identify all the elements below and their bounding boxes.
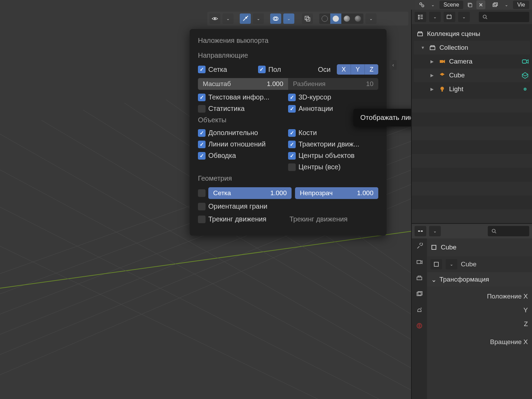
shading-material-button[interactable] <box>341 13 352 24</box>
properties-search-input[interactable] <box>488 226 529 236</box>
xray-toggle[interactable] <box>302 13 313 24</box>
position-x-label: Положение X <box>487 293 528 300</box>
outliner-display-dropdown[interactable] <box>458 12 470 22</box>
viewlayer-name-field[interactable]: Vie <box>513 1 529 9</box>
scale-field[interactable]: Масштаб 1.000 <box>198 78 288 90</box>
shading-rendered-button[interactable] <box>352 13 363 24</box>
mesh-icon <box>438 71 446 79</box>
svg-rect-37 <box>431 46 434 47</box>
tree-row-scene-collection[interactable]: Коллекция сцены <box>414 27 530 41</box>
position-y-label: Y <box>523 306 528 314</box>
svg-point-1 <box>422 5 424 7</box>
viewlayer-dropdown[interactable] <box>502 0 511 9</box>
bones-checkbox[interactable] <box>288 129 296 137</box>
svg-point-33 <box>483 15 486 18</box>
popover-title: Наложения выюпорта <box>198 37 378 45</box>
outliner-editor-type-button[interactable] <box>415 12 426 22</box>
tree-row-light[interactable]: ▶ Light <box>414 82 530 96</box>
collection-icon <box>428 44 437 52</box>
viewlayer-browse-button[interactable] <box>491 0 500 9</box>
object-datablock-dropdown[interactable] <box>446 259 457 269</box>
overlays-toggle[interactable] <box>270 13 281 24</box>
axes-label: Оси <box>318 66 331 74</box>
stats-checkbox[interactable] <box>198 105 206 113</box>
tab-render[interactable] <box>415 258 424 267</box>
axis-y-button[interactable]: Y <box>351 64 364 75</box>
scene-name-field[interactable]: Scene <box>439 1 463 9</box>
shading-solid-button[interactable] <box>330 13 341 24</box>
svg-rect-40 <box>441 90 443 92</box>
object-datablock-button[interactable] <box>430 259 442 269</box>
gizmos-dropdown[interactable] <box>253 13 264 24</box>
svg-point-39 <box>440 87 444 90</box>
tab-output[interactable] <box>415 274 424 283</box>
properties-body: Cube Cube ⌄ Трансформация Положение X Y <box>427 238 532 399</box>
tab-world[interactable] <box>415 321 424 330</box>
shading-mode-group <box>319 13 363 24</box>
axis-x-button[interactable]: X <box>337 64 351 75</box>
scene-close-button[interactable] <box>476 0 485 9</box>
origins-all-checkbox[interactable] <box>288 163 296 171</box>
object-visibility-button[interactable] <box>209 13 220 24</box>
tree-row-camera[interactable]: ▶ Camera <box>414 55 530 68</box>
object-visibility-dropdown[interactable] <box>222 13 234 24</box>
overlays-dropdown[interactable] <box>283 13 294 24</box>
motion-tracking-checkbox[interactable] <box>198 216 206 223</box>
disclosure-triangle[interactable]: ▼ <box>421 45 426 50</box>
collection-icon <box>416 30 424 38</box>
sidebar-expand-arrow[interactable]: ‹ <box>390 60 397 70</box>
scene-browse-button[interactable] <box>417 0 426 9</box>
text-info-checkbox[interactable] <box>198 94 206 101</box>
text-info-label: Текстовая инфор... <box>208 93 269 101</box>
shading-dropdown[interactable] <box>365 13 377 24</box>
outliner-mode-dropdown[interactable] <box>429 12 441 22</box>
outline-checkbox[interactable] <box>198 152 206 160</box>
light-data-icon[interactable] <box>520 84 530 94</box>
properties-sub-breadcrumb: Cube <box>427 256 532 272</box>
scene-new-button[interactable] <box>465 0 474 9</box>
tab-viewlayer[interactable] <box>415 289 424 298</box>
svg-rect-38 <box>522 60 526 63</box>
outliner-search-input[interactable] <box>479 12 529 22</box>
stats-label: Статистика <box>208 105 245 113</box>
svg-rect-36 <box>430 47 435 50</box>
tree-row-cube[interactable]: ▶ Cube <box>414 68 530 82</box>
tab-scene[interactable] <box>415 305 424 314</box>
motion-paths-checkbox[interactable] <box>288 141 296 148</box>
svg-point-42 <box>525 89 525 89</box>
wireframe-field[interactable]: Сетка 1.000 <box>208 187 292 199</box>
origins-checkbox[interactable] <box>288 152 296 160</box>
annotations-label: Аннотации <box>298 105 333 113</box>
properties-editor-type-button[interactable] <box>415 226 426 236</box>
axis-z-button[interactable]: Z <box>364 64 378 75</box>
mesh-data-icon[interactable] <box>520 70 530 80</box>
svg-rect-24 <box>305 16 308 20</box>
grid-checkbox[interactable] <box>198 66 206 73</box>
shading-wireframe-button[interactable] <box>319 13 330 24</box>
tab-tool[interactable] <box>415 242 424 251</box>
camera-data-icon[interactable] <box>520 57 530 66</box>
outliner-display-button[interactable] <box>444 12 455 22</box>
gizmos-toggle[interactable] <box>240 13 251 24</box>
transform-panel-header[interactable]: ⌄ Трансформация <box>427 272 532 287</box>
disclosure-triangle[interactable]: ▶ <box>430 59 435 64</box>
disclosure-triangle[interactable]: ▶ <box>430 87 435 92</box>
subdivisions-field[interactable]: Разбиения 10 <box>288 78 378 90</box>
tree-row-collection[interactable]: ▼ Collection <box>414 41 530 55</box>
opacity-field[interactable]: Непрозрач 1.000 <box>295 187 378 199</box>
svg-rect-4 <box>493 4 496 7</box>
properties-editor-dropdown[interactable] <box>429 226 441 236</box>
face-orient-checkbox[interactable] <box>198 203 206 210</box>
wireframe-checkbox[interactable] <box>198 189 206 197</box>
viewport-overlays-popover: Наложения выюпорта Направляющие Сетка По… <box>190 29 387 236</box>
properties-tabs <box>412 238 427 399</box>
svg-rect-32 <box>447 15 451 19</box>
annotations-checkbox[interactable] <box>288 105 296 113</box>
extras-checkbox[interactable] <box>198 129 206 137</box>
cursor3d-checkbox[interactable] <box>288 94 296 101</box>
svg-rect-34 <box>418 33 422 36</box>
relations-checkbox[interactable] <box>198 141 206 148</box>
floor-checkbox[interactable] <box>258 66 266 73</box>
scene-dropdown[interactable] <box>428 0 437 9</box>
disclosure-triangle[interactable]: ▶ <box>430 73 435 78</box>
